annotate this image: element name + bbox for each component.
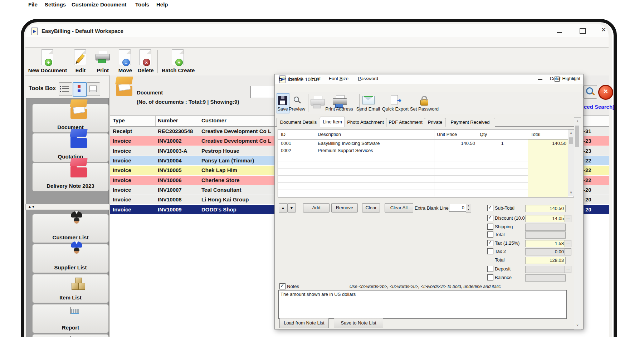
scroll-up-icon[interactable] <box>574 118 581 124</box>
tab-private[interactable]: Private <box>425 118 445 127</box>
column-type[interactable]: Type <box>113 117 125 123</box>
sidebar-item-item-list[interactable]: Item List <box>32 274 109 303</box>
line-item-row-empty[interactable] <box>278 168 568 176</box>
line-item-scrollbar[interactable] <box>568 130 574 196</box>
subtotal-row: ✓ Sub-Total 140.50 <box>275 205 583 212</box>
clear-search-button[interactable] <box>598 85 613 100</box>
dialog-minimize-icon[interactable] <box>538 79 542 80</box>
dialog-menu-font-size[interactable]: Font Size <box>329 76 348 81</box>
tab-photo-attachment[interactable]: Photo Attachment <box>345 118 386 127</box>
scroll-down-icon[interactable] <box>568 190 574 196</box>
print-address-icon[interactable] <box>333 95 346 107</box>
menu-file[interactable]: File <box>28 1 38 8</box>
tax-more-button[interactable] <box>565 240 571 247</box>
notes-textarea[interactable]: The amount shown are in US dollars <box>278 290 567 319</box>
sidebar-item-supplier-list[interactable]: Supplier List <box>32 244 109 273</box>
column-number[interactable]: Number <box>158 117 178 123</box>
column-customer[interactable]: Customer <box>201 117 226 123</box>
send-email-button[interactable]: Send Email <box>355 106 381 112</box>
scrollbar-thumb[interactable] <box>575 126 579 147</box>
dialog-titlebar <box>275 74 583 84</box>
close-icon[interactable] <box>601 27 606 33</box>
line-item-row[interactable]: 0001 EasyBilling Invoicing Software 140.… <box>278 140 568 147</box>
minimize-icon[interactable] <box>557 32 562 33</box>
set-password-icon[interactable] <box>420 99 428 106</box>
send-email-icon[interactable] <box>362 96 375 104</box>
dialog-menu-password[interactable]: Password <box>358 76 378 81</box>
deposit-checkbox[interactable]: ✓ <box>487 266 493 272</box>
sidebar-item-document[interactable]: Document <box>32 104 109 133</box>
dialog-menu-export[interactable]: Export <box>289 76 303 81</box>
grand-total-value: 128.03 <box>525 257 566 264</box>
print-disabled-icon <box>311 96 324 107</box>
search-button[interactable] <box>584 85 597 99</box>
load-from-note-list-button[interactable]: Load from Note List <box>279 318 329 328</box>
main-window-title: EasyBilling - Default Workspace <box>42 28 123 34</box>
color-highlight-label[interactable]: Color Highlight <box>550 76 580 81</box>
li-col-qty: Qty <box>480 132 487 137</box>
discount-row: ✓ Discount (10.00 14.05 <box>275 215 583 222</box>
quick-export-button[interactable]: Quick Export <box>380 106 410 112</box>
sidebar-item-customer-list[interactable]: Customer List <box>32 214 109 243</box>
balance-checkbox[interactable]: ✓ <box>487 274 493 280</box>
menu-help[interactable]: Help <box>156 1 168 8</box>
line-item-row-empty[interactable] <box>278 190 568 197</box>
tab-pdf-attachment[interactable]: PDF Attachment <box>386 118 425 127</box>
discount-more-button[interactable] <box>565 215 571 222</box>
tab-line-item[interactable]: Line Item <box>320 117 345 127</box>
view-list-button[interactable] <box>59 82 72 96</box>
quick-export-icon[interactable] <box>390 95 401 104</box>
dialog-scrollbar[interactable] <box>574 117 581 329</box>
column-separator[interactable] <box>199 115 199 126</box>
batch-create-button[interactable]: Batch Create <box>157 49 200 73</box>
maximize-icon[interactable] <box>580 28 586 34</box>
line-item-row-empty[interactable] <box>278 154 568 161</box>
sidebar-item-quotation[interactable]: Quotation <box>32 133 109 162</box>
sidebar-item-report[interactable]: Report <box>32 304 109 333</box>
sidebar-item-delivery-note[interactable]: Delivery Note 2023 <box>32 162 109 191</box>
discount-checkbox[interactable]: ✓ <box>487 215 493 221</box>
line-item-row-empty[interactable] <box>278 182 568 190</box>
save-to-note-list-button[interactable]: Save to Note List <box>334 318 383 328</box>
preview-button[interactable]: Preview <box>288 106 306 112</box>
tax-value[interactable]: 1.58 <box>525 240 566 247</box>
tab-document-details[interactable]: Document Details <box>277 118 320 127</box>
notes-checkbox[interactable]: ✓ <box>279 283 286 289</box>
print-address-button[interactable]: Print Address <box>325 106 353 112</box>
dialog-menu-file[interactable]: File <box>279 76 286 81</box>
discount-value[interactable]: 14.05 <box>525 215 566 222</box>
scroll-down-icon[interactable] <box>574 322 581 328</box>
folder-icon <box>33 166 108 180</box>
move-button[interactable]: Move <box>115 49 136 73</box>
menu-settings[interactable]: Settings <box>45 1 66 8</box>
scroll-up-icon[interactable] <box>568 130 574 136</box>
tab-payment-received[interactable]: Payment Received <box>445 118 495 127</box>
advanced-search-link[interactable]: ced Search] <box>584 104 614 110</box>
view-tiles-button[interactable] <box>73 82 87 97</box>
print-button[interactable]: Print <box>92 49 113 73</box>
sidebar-item-partial[interactable] <box>32 334 109 337</box>
subtotal-value[interactable]: 140.50 <box>525 205 566 212</box>
new-document-button[interactable]: New Document <box>26 49 69 73</box>
shipping-checkbox[interactable]: ✓ <box>487 224 493 230</box>
scrollbar-thumb[interactable] <box>569 137 573 144</box>
line-item-row-empty[interactable] <box>278 175 568 183</box>
folder-icon <box>33 137 108 151</box>
line-item-row-empty[interactable] <box>278 161 568 168</box>
preview-icon[interactable] <box>293 96 301 104</box>
tax2-checkbox[interactable]: ✓ <box>487 248 493 254</box>
total1-checkbox[interactable]: ✓ <box>487 231 493 238</box>
set-password-button[interactable]: Set Password <box>409 106 440 112</box>
line-item-row[interactable]: 0002 Premium Support Services <box>278 147 568 154</box>
view-blank-button[interactable] <box>87 82 100 96</box>
column-separator[interactable] <box>155 115 156 126</box>
tax2-value: 0.00 <box>525 248 566 255</box>
dialog-menu-font[interactable]: Font <box>311 76 321 81</box>
deposit-more-button <box>565 266 571 273</box>
edit-button[interactable]: Edit <box>70 49 91 73</box>
menu-customize-document[interactable]: Customize Document <box>72 1 126 8</box>
delete-button[interactable]: Delete <box>135 49 156 73</box>
tax-checkbox[interactable]: ✓ <box>487 240 493 246</box>
subtotal-checkbox[interactable]: ✓ <box>487 205 493 211</box>
menu-tools[interactable]: Tools <box>135 1 149 8</box>
